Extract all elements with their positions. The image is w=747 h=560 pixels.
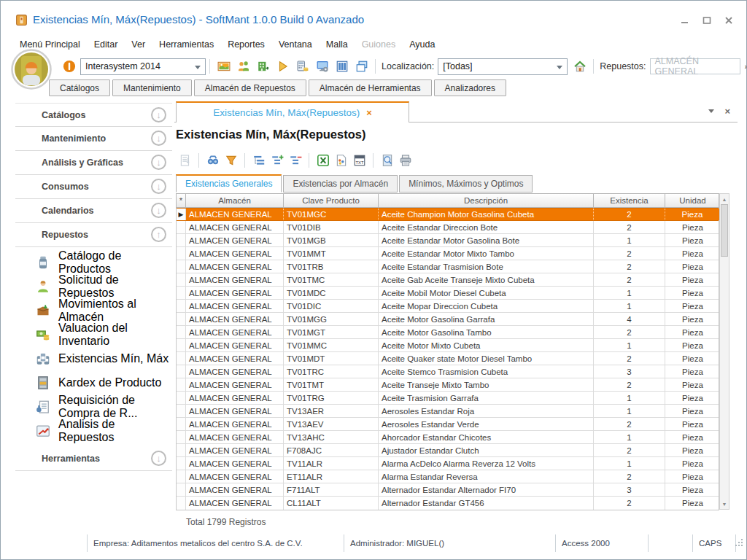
expand-arrow-icon[interactable]: ↓ — [151, 107, 166, 122]
table-row[interactable]: ALMACEN GENERALTV01DICAceite Mopar Direc… — [177, 300, 719, 313]
sidebar-item-valuacion-del-inventario[interactable]: Valuacion del Inventario — [15, 322, 172, 346]
printer-icon[interactable] — [398, 154, 412, 168]
minimize-button[interactable] — [680, 15, 689, 25]
table-row[interactable]: ALMACEN GENERALTV01MDTAceite Quaker stat… — [177, 352, 719, 365]
menu-item-ayuda[interactable]: Ayuda — [409, 39, 435, 50]
menu-item-reportes[interactable]: Reportes — [228, 39, 265, 50]
tab-almacen-de-repuestos[interactable]: Almacén de Repuestos — [194, 79, 306, 96]
txt-export-icon[interactable]: TXT — [352, 154, 366, 168]
subtab-minimos-maximos-y-optimos[interactable]: Mínimos, Máximos y Optimos — [399, 175, 533, 192]
subtab-existencias-generales[interactable]: Existencias Generales — [176, 174, 282, 192]
sidebar-item-movimientos-al-almacen[interactable]: Movimientos al Almacén — [15, 298, 172, 322]
table-row[interactable]: ▶ALMACEN GENERALTV01MGCAceite Champion M… — [177, 208, 719, 221]
sidebar-section-mantenimiento[interactable]: Mantenimiento↓ — [15, 127, 172, 151]
tree-collapse-icon[interactable] — [288, 154, 302, 168]
expand-arrow-icon[interactable]: ↓ — [151, 203, 166, 218]
table-row[interactable]: ALMACEN GENERALTV13AERAerosoles Estandar… — [177, 405, 719, 418]
expand-arrow-icon[interactable]: ↓ — [151, 131, 166, 146]
table-row[interactable]: ALMACEN GENERALTV13AEVAerosoles Estandar… — [177, 418, 719, 431]
calculator-icon[interactable] — [295, 60, 309, 74]
table-row[interactable]: ALMACEN GENERALET11ALRAlarma Estandar Re… — [177, 470, 719, 483]
tab-almacen-de-herramientas[interactable]: Almacén de Herramientas — [309, 79, 432, 96]
run-script-icon[interactable] — [276, 60, 290, 74]
document-tab[interactable]: Existencias Mín, Máx(Repuestos) × — [176, 101, 409, 122]
table-row[interactable]: ALMACEN GENERALTV01MGGAceite Motor Gasol… — [177, 313, 719, 326]
user-avatar[interactable] — [11, 49, 52, 90]
sidebar-item-catalogo-de-productos[interactable]: Catálogo de Productos — [15, 250, 172, 274]
subtab-existencias-por-almacen[interactable]: Existencias por Almacén — [283, 175, 398, 192]
users-icon[interactable] — [236, 60, 250, 74]
expand-arrow-icon[interactable]: ↓ — [151, 179, 166, 194]
filter-icon[interactable] — [224, 154, 238, 168]
binoculars-icon[interactable] — [206, 154, 220, 168]
grid-header-clave-producto[interactable]: Clave Producto — [284, 194, 379, 207]
sidebar-section-repuestos[interactable]: Repuestos↑ — [15, 223, 172, 247]
menu-item-herramientas[interactable]: Herramientas — [159, 39, 214, 50]
columns-icon[interactable] — [335, 60, 349, 74]
tab-close-icon[interactable]: × — [366, 107, 372, 118]
table-row[interactable]: ALMACEN GENERALTV13AHCAhorcador Estandar… — [177, 431, 719, 444]
close-button[interactable] — [724, 15, 733, 25]
localizacion-combobox[interactable]: [Todas] — [438, 58, 568, 75]
sidebar-section-calendarios[interactable]: Calendarios↓ — [15, 199, 172, 223]
menu-item-ver[interactable]: Ver — [131, 39, 145, 50]
table-row[interactable]: ALMACEN GENERALTV11ALRAlarma AcDelco Ala… — [177, 457, 719, 470]
table-row[interactable]: ALMACEN GENERALCL11ALTAlternador Estanda… — [177, 497, 719, 510]
tab-catalogos[interactable]: Catálogos — [49, 79, 110, 96]
table-row[interactable]: ALMACEN GENERALTV01DIBAceite Estandar Di… — [177, 221, 719, 234]
sidebar-section-catalogos[interactable]: Catálogos↓ — [15, 103, 172, 127]
sidebar-section-analisis-y-graficas[interactable]: Análisis y Gráficas↓ — [15, 151, 172, 175]
table-row[interactable]: ALMACEN GENERALTV01TRGAceite Trasmision … — [177, 392, 719, 405]
maximize-button[interactable] — [702, 15, 711, 25]
menu-item-ventana[interactable]: Ventana — [279, 39, 312, 50]
building-export-icon[interactable] — [256, 60, 270, 74]
table-row[interactable]: ALMACEN GENERALTV01MGTAceite Motor Gasol… — [177, 326, 719, 339]
sidebar-item-solicitud-de-repuestos[interactable]: Solicitud de Repuestos — [15, 274, 172, 298]
sidebar-section-herramientas[interactable]: Herramientas↓ — [15, 447, 172, 471]
vertical-scrollbar[interactable]: ▲ ▼ — [719, 193, 729, 510]
table-row[interactable]: ALMACEN GENERALTV01MMCAceite Motor Mixto… — [177, 339, 719, 352]
row-settings-icon[interactable] — [178, 154, 192, 168]
tab-list-dropdown-icon[interactable] — [708, 109, 714, 113]
excel-export-icon[interactable] — [316, 154, 330, 168]
menu-item-menu-principal[interactable]: Menú Principal — [20, 39, 80, 50]
expand-arrow-icon[interactable]: ↓ — [151, 451, 166, 466]
sidebar-item-kardex-de-producto[interactable]: Kardex de Producto — [15, 370, 172, 394]
tab-mantenimiento[interactable]: Mantenimiento — [112, 79, 192, 96]
home-icon[interactable] — [573, 60, 587, 74]
menu-item-editar[interactable]: Editar — [94, 39, 118, 50]
grid-header-unidad[interactable]: Unidad — [665, 194, 720, 207]
table-row[interactable]: ALMACEN GENERALTV01MMTAceite Estandar Mo… — [177, 247, 719, 260]
sidebar-item-existencias-min-max[interactable]: Existencias Mín, Máx — [15, 346, 172, 370]
expand-arrow-icon[interactable]: ↓ — [151, 155, 166, 170]
tree-expand-icon[interactable] — [270, 154, 284, 168]
menu-item-guiones[interactable]: Guiones — [362, 39, 396, 50]
scroll-down-icon[interactable]: ▼ — [720, 499, 729, 508]
scrollbar-thumb[interactable] — [721, 204, 728, 257]
grid-header-almacen[interactable]: Almacén — [186, 194, 284, 207]
table-row[interactable]: ALMACEN GENERALTV01TRCAceite Stemco Tras… — [177, 365, 719, 378]
table-row[interactable]: ALMACEN GENERALF708AJCAjustador Estandar… — [177, 444, 719, 457]
collapse-arrow-icon[interactable]: ↑ — [151, 227, 166, 242]
company-combobox[interactable]: Interasystem 2014 — [80, 58, 206, 75]
grid-header-existencia[interactable]: Existencia — [594, 194, 665, 207]
picture-icon[interactable] — [217, 60, 231, 74]
repuestos-field[interactable]: ALMACÉN GENERAL — [650, 58, 740, 74]
toolbar-overflow-icon[interactable]: ›› — [745, 62, 747, 71]
print-preview-icon[interactable] — [380, 154, 394, 168]
sidebar-item-requisicion-de-compra-de-r[interactable]: Requisición de Compra de R... — [15, 394, 172, 419]
resize-grip-icon[interactable] — [734, 537, 744, 548]
table-row[interactable]: ALMACEN GENERALTV01MDCAceite Mobil Motor… — [177, 287, 719, 300]
menu-item-malla[interactable]: Malla — [326, 39, 348, 50]
table-row[interactable]: ALMACEN GENERALTV01TMTAceite Transeje Mi… — [177, 378, 719, 392]
table-row[interactable]: ALMACEN GENERALF711ALTAlternador Estanda… — [177, 483, 719, 497]
window-restore-icon[interactable] — [355, 60, 368, 74]
table-row[interactable]: ALMACEN GENERALTV01TRBAceite Estandar Tr… — [177, 260, 719, 273]
table-row[interactable]: ALMACEN GENERALTV01TMCAceite Gab Aceite … — [177, 273, 719, 287]
document-close-icon[interactable]: × — [724, 106, 730, 116]
monitor-settings-icon[interactable] — [315, 60, 329, 74]
table-row[interactable]: ALMACEN GENERALTV01MGBAceite Estandar Mo… — [177, 234, 719, 247]
tree-list-icon[interactable] — [252, 154, 266, 168]
scroll-up-icon[interactable]: ▲ — [720, 195, 729, 203]
tab-analizadores[interactable]: Analizadores — [434, 79, 506, 96]
